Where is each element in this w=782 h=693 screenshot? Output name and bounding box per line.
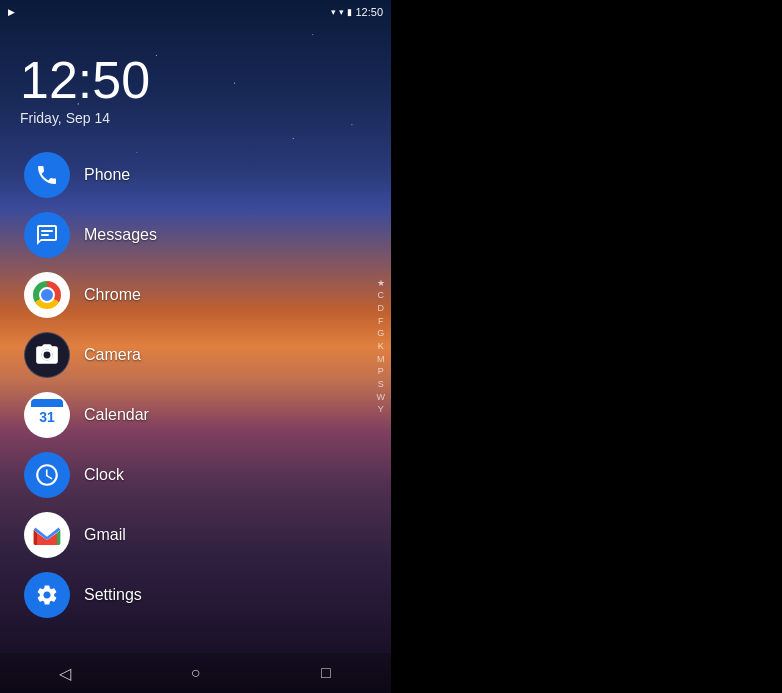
home-app-list: Phone Messages Chrome Came — [20, 146, 371, 624]
alpha-k[interactable]: K — [378, 341, 384, 353]
left-status-left: ▶ — [8, 8, 15, 17]
left-phone-panel: ▶ ▾ ▾ ▮ 12:50 12:50 Friday, Sep 14 Phone — [0, 0, 391, 693]
camera-icon — [24, 332, 70, 378]
left-status-right: ▾ ▾ ▮ 12:50 — [331, 6, 383, 18]
svg-rect-0 — [41, 230, 53, 232]
home-app-gmail[interactable]: Gmail — [20, 506, 371, 564]
camera-label: Camera — [84, 346, 141, 364]
left-time: 12:50 — [355, 6, 383, 18]
alpha-w[interactable]: W — [377, 391, 386, 403]
home-content: 12:50 Friday, Sep 14 Phone Messages — [0, 24, 391, 653]
alpha-y[interactable]: Y — [378, 404, 384, 416]
left-battery-icon: ▮ — [347, 8, 352, 17]
settings-icon — [24, 572, 70, 618]
chrome-label: Chrome — [84, 286, 141, 304]
alpha-m[interactable]: M — [377, 353, 385, 365]
home-app-clock[interactable]: Clock — [20, 446, 371, 504]
home-app-calendar[interactable]: 31 Calendar — [20, 386, 371, 444]
clock-label: Clock — [84, 466, 124, 484]
play-store-icon: ▶ — [8, 8, 15, 17]
alpha-s[interactable]: S — [378, 379, 384, 391]
messages-icon — [24, 212, 70, 258]
left-signal-icon: ▾ — [331, 8, 336, 17]
alpha-star[interactable]: ★ — [377, 277, 385, 289]
messages-label: Messages — [84, 226, 157, 244]
settings-label: Settings — [84, 586, 142, 604]
left-back-button[interactable]: ◁ — [50, 664, 80, 683]
clock-icon — [24, 452, 70, 498]
left-status-bar: ▶ ▾ ▾ ▮ 12:50 — [0, 0, 391, 24]
home-app-phone[interactable]: Phone — [20, 146, 371, 204]
chrome-icon — [24, 272, 70, 318]
home-app-settings[interactable]: Settings — [20, 566, 371, 624]
home-app-camera[interactable]: Camera — [20, 326, 371, 384]
left-nav-bar: ◁ ○ □ — [0, 653, 391, 693]
left-recents-button[interactable]: □ — [311, 664, 341, 682]
calendar-icon: 31 — [24, 392, 70, 438]
gmail-home-icon — [24, 512, 70, 558]
gmail-home-label: Gmail — [84, 526, 126, 544]
left-alpha-index: ★ C D F G K M P S W Y — [377, 277, 386, 416]
alpha-d[interactable]: D — [378, 303, 385, 315]
left-wifi-icon: ▾ — [339, 8, 344, 17]
home-app-chrome[interactable]: Chrome — [20, 266, 371, 324]
alpha-p[interactable]: P — [378, 366, 384, 378]
phone-icon — [24, 152, 70, 198]
alpha-g[interactable]: G — [377, 328, 384, 340]
home-date: Friday, Sep 14 — [20, 110, 371, 126]
left-home-button[interactable]: ○ — [180, 664, 210, 682]
home-clock: 12:50 — [20, 54, 371, 106]
phone-label: Phone — [84, 166, 130, 184]
calendar-label: Calendar — [84, 406, 149, 424]
alpha-c[interactable]: C — [378, 290, 385, 302]
home-app-messages[interactable]: Messages — [20, 206, 371, 264]
alpha-f[interactable]: F — [378, 315, 384, 327]
svg-rect-1 — [41, 234, 49, 236]
